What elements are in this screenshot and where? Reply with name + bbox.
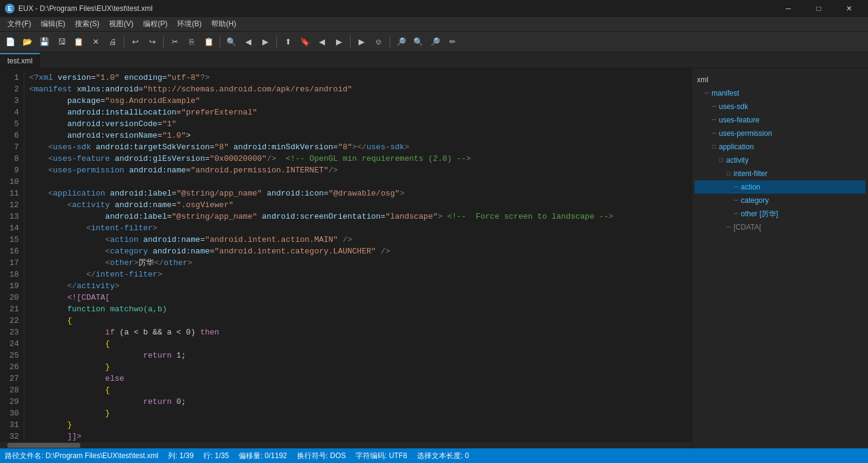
scroll-thumb[interactable] bbox=[7, 443, 80, 448]
sep4 bbox=[276, 36, 277, 48]
main-area: 1234567891011121314151617181920212223242… bbox=[0, 68, 868, 448]
maximize-button[interactable]: □ bbox=[805, 0, 833, 17]
compare-button[interactable]: ⎊ bbox=[371, 34, 387, 50]
tree-activity[interactable]: □ activity bbox=[695, 154, 866, 167]
title-bar: E EUX - D:\Program Files\EUX\test\test.x… bbox=[0, 0, 868, 17]
tree-action-label: action bbox=[741, 182, 760, 193]
tree-xml-label: xml bbox=[697, 74, 709, 85]
tree-expand-icon: ─ bbox=[703, 88, 710, 99]
xml-tree-panel: xml ─ manifest ─ uses-sdk ─ uses-feature… bbox=[691, 68, 868, 448]
save-button[interactable]: 💾 bbox=[37, 34, 52, 50]
tree-expand-icon: ─ bbox=[710, 115, 718, 125]
menu-search[interactable]: 搜索(S) bbox=[70, 18, 104, 30]
bookmark-next-button[interactable]: ▶ bbox=[331, 34, 347, 50]
tree-expand-icon: □ bbox=[725, 168, 732, 179]
sep6 bbox=[390, 36, 390, 48]
tree-uses-permission-label: uses-permission bbox=[719, 128, 772, 139]
tree-action[interactable]: ─ action bbox=[695, 180, 866, 194]
status-bar: 路径文件名: D:\Program Files\EUX\test\test.xm… bbox=[0, 448, 868, 463]
horizontal-scrollbar[interactable] bbox=[0, 441, 691, 448]
window-controls: ─ □ ✕ bbox=[774, 0, 863, 17]
menu-env[interactable]: 环境(B) bbox=[172, 18, 206, 30]
zoom-out-button[interactable]: 🔎 bbox=[427, 34, 443, 50]
app-icon: E bbox=[5, 4, 15, 13]
new-button[interactable]: 📄 bbox=[2, 34, 18, 50]
tree-expand-icon: □ bbox=[718, 155, 725, 166]
tree-root-label: xml bbox=[695, 73, 866, 87]
tree-intent-filter[interactable]: □ intent-filter bbox=[695, 167, 866, 180]
find-button[interactable]: 🔍 bbox=[223, 34, 239, 50]
status-offset: 偏移量: 0/1192 bbox=[239, 451, 287, 461]
tree-other-label: other [厉华] bbox=[741, 208, 778, 219]
tree-expand-icon: ─ bbox=[725, 222, 732, 233]
search2-button[interactable]: 🔎 bbox=[393, 34, 409, 50]
tree-manifest-label: manifest bbox=[712, 88, 739, 99]
close-doc-button[interactable]: ✕ bbox=[88, 34, 103, 50]
tree-activity-label: activity bbox=[726, 155, 749, 166]
window-title: EUX - D:\Program Files\EUX\test\test.xml bbox=[18, 4, 153, 13]
find-prev-button[interactable]: ◀ bbox=[240, 34, 256, 50]
tab-bar: test.xml bbox=[0, 52, 868, 68]
highlight-button[interactable]: ✏ bbox=[444, 34, 460, 50]
sep3 bbox=[220, 36, 220, 48]
code-editor[interactable]: 1234567891011121314151617181920212223242… bbox=[0, 68, 691, 448]
line-numbers: 1234567891011121314151617181920212223242… bbox=[0, 68, 24, 441]
tree-manifest[interactable]: ─ manifest bbox=[695, 87, 866, 100]
tab-test-xml[interactable]: test.xml bbox=[0, 53, 40, 68]
find-next-button[interactable]: ▶ bbox=[257, 34, 273, 50]
tree-uses-feature[interactable]: ─ uses-feature bbox=[695, 113, 866, 127]
minimize-button[interactable]: ─ bbox=[774, 0, 802, 17]
tree-application-label: application bbox=[719, 141, 754, 152]
tree-expand-icon: ─ bbox=[710, 101, 718, 112]
tree-uses-feature-label: uses-feature bbox=[719, 115, 760, 125]
cut-button[interactable]: ✂ bbox=[167, 34, 183, 50]
menu-bar: 文件(F) 编辑(E) 搜索(S) 视图(V) 编程(P) 环境(B) 帮助(H… bbox=[0, 17, 868, 32]
undo-button[interactable]: ↩ bbox=[127, 34, 143, 50]
tree-intent-filter-label: intent-filter bbox=[733, 168, 768, 179]
code-lines[interactable]: <?xml version="1.0" encoding="utf-8"?><m… bbox=[24, 68, 691, 441]
redo-button[interactable]: ↪ bbox=[144, 34, 160, 50]
tree-category[interactable]: ─ category bbox=[695, 194, 866, 207]
status-path: 路径文件名: D:\Program Files\EUX\test\test.xm… bbox=[5, 451, 158, 461]
paste-button[interactable]: 📋 bbox=[201, 34, 217, 50]
tree-expand-icon: ─ bbox=[732, 208, 740, 219]
tree-expand-icon: ─ bbox=[732, 182, 740, 193]
menu-edit[interactable]: 编辑(E) bbox=[36, 18, 70, 30]
sep1 bbox=[124, 36, 124, 48]
status-encoding: 字符编码: UTF8 bbox=[355, 451, 407, 461]
tree-application[interactable]: □ application bbox=[695, 140, 866, 154]
menu-file[interactable]: 文件(F) bbox=[2, 18, 36, 30]
tree-cdata[interactable]: ─ [CDATA[ bbox=[695, 221, 866, 234]
sep2 bbox=[163, 36, 164, 48]
bookmark-prev-button[interactable]: ◀ bbox=[314, 34, 330, 50]
save-as-button[interactable]: 🖫 bbox=[54, 34, 69, 50]
tree-other[interactable]: ─ other [厉华] bbox=[695, 207, 866, 221]
tree-cdata-label: [CDATA[ bbox=[733, 222, 761, 233]
tree-category-label: category bbox=[741, 195, 769, 206]
tree-expand-icon: ─ bbox=[710, 128, 718, 139]
print-button[interactable]: 🖨 bbox=[105, 34, 121, 50]
save-all-button[interactable]: 📋 bbox=[71, 34, 86, 50]
tree-uses-sdk[interactable]: ─ uses-sdk bbox=[695, 100, 866, 113]
tree-uses-permission[interactable]: ─ uses-permission bbox=[695, 127, 866, 140]
status-lineend: 换行符号: DOS bbox=[297, 451, 346, 461]
status-row: 行: 1/35 bbox=[203, 451, 229, 461]
toolbar: 📄 📂 💾 🖫 📋 ✕ 🖨 ↩ ↪ ✂ ⎘ 📋 🔍 ◀ ▶ ⬆ 🔖 ◀ ▶ ▶ … bbox=[0, 32, 868, 52]
sep5 bbox=[350, 36, 351, 48]
goto-button[interactable]: ⬆ bbox=[280, 34, 296, 50]
tree-uses-sdk-label: uses-sdk bbox=[719, 101, 748, 112]
tree-expand-icon: ─ bbox=[732, 195, 740, 206]
status-select: 选择文本长度: 0 bbox=[417, 451, 469, 461]
open-button[interactable]: 📂 bbox=[19, 34, 35, 50]
status-col: 列: 1/39 bbox=[168, 451, 194, 461]
zoom-in-button[interactable]: 🔍 bbox=[410, 34, 426, 50]
menu-program[interactable]: 编程(P) bbox=[138, 18, 172, 30]
menu-help[interactable]: 帮助(H) bbox=[206, 18, 241, 30]
bookmark-button[interactable]: 🔖 bbox=[297, 34, 313, 50]
menu-view[interactable]: 视图(V) bbox=[104, 18, 138, 30]
run-button[interactable]: ▶ bbox=[354, 34, 369, 50]
copy-button[interactable]: ⎘ bbox=[184, 34, 200, 50]
close-button[interactable]: ✕ bbox=[835, 0, 863, 17]
tree-expand-icon: □ bbox=[710, 141, 718, 152]
tab-label: test.xml bbox=[7, 57, 32, 65]
